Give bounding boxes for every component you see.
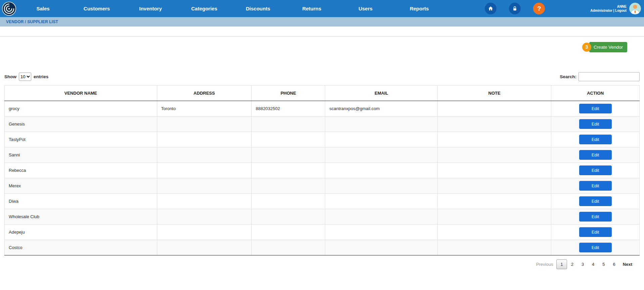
cell-action: Edit <box>551 209 640 225</box>
table-header-row: VENDOR NAMEADDRESSPHONEEMAILNOTEACTION <box>5 86 640 101</box>
nav-item-users[interactable]: Users <box>339 6 392 11</box>
cell-phone <box>252 178 325 194</box>
edit-button[interactable]: Edit <box>579 165 612 175</box>
app-logo[interactable] <box>2 2 16 16</box>
table-row: CostcoEdit <box>5 240 640 255</box>
cell-phone <box>252 225 325 240</box>
nav-item-sales[interactable]: Sales <box>16 6 70 11</box>
table-row: RebeccaEdit <box>5 163 640 178</box>
edit-button[interactable]: Edit <box>579 150 612 160</box>
cell-vendor: Rebecca <box>5 163 157 178</box>
pagination-page-6[interactable]: 6 <box>609 259 619 269</box>
pagination-page-3[interactable]: 3 <box>577 259 588 269</box>
nav-item-categories[interactable]: Categories <box>177 6 231 11</box>
table-controls: Show 10 entries Search: <box>0 72 644 81</box>
pagination-page-4[interactable]: 4 <box>588 259 598 269</box>
cell-phone: 8882032502 <box>252 101 325 116</box>
nav-item-customers[interactable]: Customers <box>70 6 124 11</box>
edit-button[interactable]: Edit <box>579 212 612 222</box>
cell-action: Edit <box>551 163 640 178</box>
cell-note <box>437 240 551 255</box>
lock-icon[interactable] <box>509 3 521 14</box>
column-header-vendor-name[interactable]: VENDOR NAME <box>5 86 157 101</box>
home-icon[interactable] <box>485 3 497 14</box>
table-row: DiwaEdit <box>5 194 640 209</box>
cell-address <box>157 178 252 194</box>
pagination-page-2[interactable]: 2 <box>567 259 577 269</box>
vendor-table: VENDOR NAMEADDRESSPHONEEMAILNOTEACTION g… <box>4 85 640 255</box>
nav-item-inventory[interactable]: Inventory <box>124 6 177 11</box>
cell-vendor: Wholesale Club <box>5 209 157 225</box>
cell-vendor: Adepeju <box>5 225 157 240</box>
cell-address <box>157 240 252 255</box>
edit-button[interactable]: Edit <box>579 104 612 113</box>
column-header-email[interactable]: EMAIL <box>325 86 438 101</box>
pagination: Previous 123456 Next <box>0 259 636 269</box>
cell-note <box>437 116 551 132</box>
top-navbar: SalesCustomersInventoryCategoriesDiscoun… <box>0 0 644 17</box>
edit-button[interactable]: Edit <box>579 196 612 206</box>
cell-note <box>437 163 551 178</box>
cell-note <box>437 194 551 209</box>
breadcrumb: VENDOR / SUPPLIER LIST <box>0 17 644 27</box>
cell-vendor: Merex <box>5 178 157 194</box>
table-row: TastyPotEdit <box>5 132 640 147</box>
user-role-logout[interactable]: Administrator | Logout <box>590 9 627 13</box>
cell-address <box>157 225 252 240</box>
page-size-select[interactable]: 10 <box>19 72 31 81</box>
table-row: SanniEdit <box>5 147 640 163</box>
cell-action: Edit <box>551 101 640 116</box>
edit-button[interactable]: Edit <box>579 135 612 144</box>
cell-email <box>325 209 438 225</box>
cell-address <box>157 132 252 147</box>
edit-button[interactable]: Edit <box>579 243 612 252</box>
help-glyph: ? <box>537 5 541 12</box>
cell-address <box>157 116 252 132</box>
cell-email <box>325 147 438 163</box>
search-input[interactable] <box>578 72 640 81</box>
create-vendor-button[interactable]: Create Vendor <box>589 42 627 52</box>
nav-item-discounts[interactable]: Discounts <box>231 6 285 11</box>
avatar[interactable] <box>629 3 641 14</box>
cell-phone <box>252 240 325 255</box>
user-info[interactable]: ANNE Administrator | Logout <box>590 5 627 13</box>
show-entries: Show 10 entries <box>4 72 48 81</box>
cell-note <box>437 147 551 163</box>
pagination-previous[interactable]: Previous <box>533 259 557 269</box>
help-icon[interactable]: ? <box>533 3 545 14</box>
edit-button[interactable]: Edit <box>579 227 612 237</box>
pagination-page-1[interactable]: 1 <box>556 259 567 269</box>
navbar-right: ? ANNE Administrator | Logout <box>472 3 644 14</box>
table-row: GenesisEdit <box>5 116 640 132</box>
cell-email <box>325 194 438 209</box>
cell-vendor: Diwa <box>5 194 157 209</box>
pagination-next[interactable]: Next <box>619 259 636 269</box>
edit-button[interactable]: Edit <box>579 181 612 191</box>
column-header-phone[interactable]: PHONE <box>252 86 325 101</box>
cell-vendor: Genesis <box>5 116 157 132</box>
column-header-note[interactable]: NOTE <box>437 86 551 101</box>
cell-action: Edit <box>551 116 640 132</box>
nav-item-reports[interactable]: Reports <box>392 6 446 11</box>
cell-email <box>325 132 438 147</box>
search-box: Search: <box>560 72 640 81</box>
vendor-table-body: grocyToronto8882032502scantranxpos@gmail… <box>5 101 640 255</box>
cell-phone <box>252 209 325 225</box>
cell-vendor: Sanni <box>5 147 157 163</box>
column-header-address[interactable]: ADDRESS <box>157 86 252 101</box>
column-header-action[interactable]: ACTION <box>551 86 640 101</box>
cell-action: Edit <box>551 147 640 163</box>
cell-action: Edit <box>551 178 640 194</box>
cell-email <box>325 240 438 255</box>
vendor-table-wrap: VENDOR NAMEADDRESSPHONEEMAILNOTEACTION g… <box>4 85 640 255</box>
cell-email <box>325 116 438 132</box>
edit-button[interactable]: Edit <box>579 119 612 129</box>
logo-icon <box>2 2 16 16</box>
cell-phone <box>252 116 325 132</box>
cell-note <box>437 132 551 147</box>
pagination-page-5[interactable]: 5 <box>598 259 609 269</box>
cell-vendor: grocy <box>5 101 157 116</box>
cell-email: scantranxpos@gmail.com <box>325 101 438 116</box>
cell-phone <box>252 132 325 147</box>
nav-item-returns[interactable]: Returns <box>285 6 339 11</box>
